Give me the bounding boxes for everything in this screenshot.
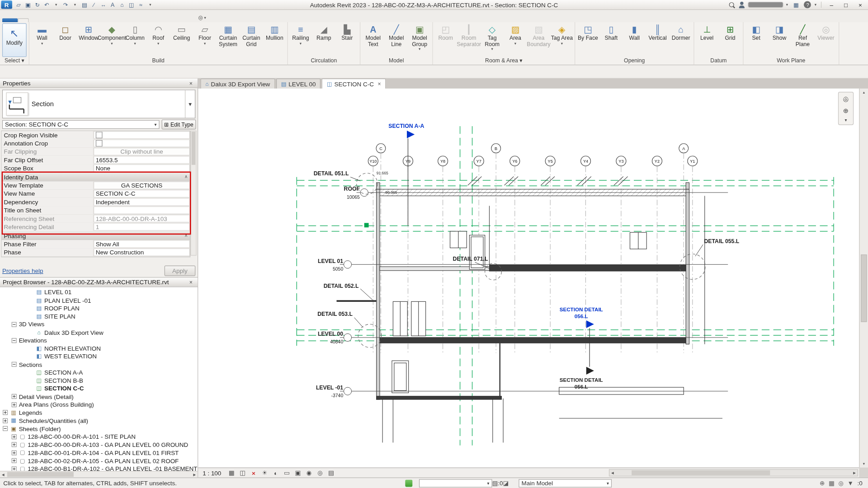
- tree-item[interactable]: Schedules/Quantities (all): [0, 417, 198, 425]
- tree-item[interactable]: Sheets (Folder): [0, 425, 198, 433]
- property-value[interactable]: 128-ABC-00-00-DR-A-103: [94, 215, 190, 222]
- ribbon-button[interactable]: Roof: [146, 22, 170, 57]
- detail-callout-label[interactable]: DETAIL 071.L: [453, 256, 488, 262]
- ribbon-button[interactable]: Mullion: [263, 22, 286, 57]
- tree-item[interactable]: SECTION C-C: [0, 385, 198, 393]
- edit-type-button[interactable]: ⊞ Edit Type: [162, 119, 196, 129]
- ribbon-button[interactable]: Door: [54, 22, 77, 57]
- tree-item[interactable]: WEST ELEVATION: [0, 352, 198, 361]
- ribbon-button[interactable]: Room: [434, 22, 457, 57]
- tree-item[interactable]: ROOF PLAN: [0, 304, 198, 312]
- property-value[interactable]: None: [94, 164, 190, 172]
- navbar-dropdown-icon[interactable]: ▾: [840, 117, 851, 123]
- property-row[interactable]: Annotation Crop: [2, 140, 190, 148]
- ribbon-button[interactable]: Curtain Grid: [240, 22, 263, 57]
- properties-scrollbar[interactable]: [190, 131, 196, 256]
- close-view-icon[interactable]: ×: [378, 81, 381, 87]
- level-elevation[interactable]: -3740: [331, 393, 344, 398]
- shadows-icon[interactable]: ◐: [271, 469, 281, 476]
- property-value[interactable]: Clip without line: [94, 148, 190, 155]
- tree-item[interactable]: 128-ABC-00-02-DR-A-105 - GA PLAN LEVEL 0…: [0, 457, 198, 465]
- sun-path-off-icon[interactable]: ×: [249, 469, 259, 476]
- level-elevation[interactable]: 40840: [330, 339, 343, 344]
- ribbon-tab[interactable]: [51, 18, 62, 22]
- view-tab-level-00[interactable]: ▤ LEVEL 00: [276, 79, 321, 89]
- property-value[interactable]: New Construction: [94, 249, 190, 256]
- scroll-right-icon[interactable]: ▶: [851, 470, 857, 476]
- tree-item[interactable]: Detail Views (Detail): [0, 393, 198, 401]
- open-icon[interactable]: ▱: [14, 0, 24, 9]
- ribbon-button[interactable]: Ceiling: [170, 22, 193, 57]
- ribbon-button[interactable]: Grid: [718, 22, 741, 57]
- user-avatar-icon[interactable]: [738, 1, 745, 8]
- detail-callout-label[interactable]: DETAIL 053.L: [317, 311, 353, 317]
- ribbon-button[interactable]: Model Line: [385, 22, 408, 57]
- help-icon[interactable]: ?: [804, 1, 811, 8]
- selection-filter-icon[interactable]: ▼: [848, 480, 854, 487]
- ribbon-button[interactable]: Railing: [289, 22, 312, 57]
- property-row[interactable]: Referencing Sheet 128-ABC-00-00-DR-A-103: [2, 215, 190, 223]
- ribbon-state-toggle[interactable]: ◎ ▾: [198, 14, 206, 22]
- worksharing-status-icon[interactable]: [405, 479, 412, 487]
- ribbon-tab[interactable]: [118, 18, 128, 22]
- thin-lines-icon[interactable]: ≈: [136, 0, 146, 9]
- level-label[interactable]: LEVEL 00: [318, 331, 343, 337]
- grid-bubble-label[interactable]: Y7: [476, 159, 481, 164]
- tree-expander-icon[interactable]: [12, 362, 17, 367]
- account-dropdown-icon[interactable]: ▾: [786, 3, 788, 7]
- tree-item[interactable]: 3D Views: [0, 320, 198, 328]
- property-row[interactable]: View Template GA SECTIONS: [2, 182, 190, 190]
- scroll-left-icon[interactable]: ◀: [0, 473, 6, 477]
- tree-item[interactable]: PLAN LEVEL -01: [0, 296, 198, 305]
- property-value[interactable]: [94, 131, 190, 139]
- exclude-options-icon[interactable]: ⊕: [820, 479, 825, 487]
- ribbon-tab[interactable]: [40, 18, 51, 22]
- measure-icon[interactable]: ∕: [89, 0, 99, 9]
- detail-callout-label[interactable]: DETAIL 052.L: [324, 283, 359, 289]
- ribbon-button[interactable]: Curtain System: [217, 22, 240, 57]
- close-project-browser-icon[interactable]: ×: [187, 279, 195, 285]
- save-icon[interactable]: ▣: [23, 0, 33, 9]
- spot-elevation[interactable]: 91.665: [377, 171, 388, 175]
- level-label[interactable]: ROOF: [344, 186, 360, 192]
- editable-only-icon[interactable]: ▧: [492, 479, 498, 487]
- identity-data-header[interactable]: Identity Data ∧: [2, 173, 190, 182]
- collapse-arrow-icon[interactable]: ∧: [184, 233, 188, 238]
- tree-expander-icon[interactable]: [3, 418, 8, 423]
- ribbon-tab[interactable]: [18, 18, 28, 22]
- scroll-right-icon[interactable]: ▶: [192, 473, 198, 477]
- properties-header[interactable]: Properties ×: [0, 79, 198, 88]
- section-detail-number[interactable]: 056.L: [575, 313, 588, 319]
- aligned-dimension-icon[interactable]: ↔: [99, 0, 108, 9]
- ribbon-button[interactable]: Viewer: [814, 22, 837, 57]
- ribbon-tab[interactable]: [173, 18, 184, 22]
- ribbon-button[interactable]: Ref Plane: [791, 22, 814, 57]
- visual-style-icon[interactable]: ◫: [238, 469, 247, 476]
- property-row[interactable]: Crop Region Visible: [2, 131, 190, 139]
- scroll-left-icon[interactable]: ◀: [609, 470, 615, 476]
- grid-bubble-label[interactable]: Y5: [548, 159, 553, 164]
- horizontal-scrollbar[interactable]: ◀ ▶: [609, 469, 858, 476]
- reveal-hidden-elements-icon[interactable]: ◎: [316, 469, 325, 476]
- section-mark-label[interactable]: SECTION A-A: [388, 123, 424, 129]
- checkbox[interactable]: [96, 140, 103, 147]
- property-value[interactable]: 16553.5: [94, 156, 190, 164]
- ribbon-button[interactable]: Wall: [30, 22, 53, 57]
- ribbon-panel-label-room-area[interactable]: Room & Area ▾: [434, 57, 574, 65]
- property-value[interactable]: 1: [94, 223, 190, 230]
- browser-horizontal-scrollbar[interactable]: ◀ ▶: [0, 471, 198, 478]
- ribbon-button[interactable]: Dormer: [669, 22, 692, 57]
- modify-button[interactable]: Modify: [2, 23, 27, 57]
- ribbon-tab[interactable]: [84, 18, 95, 22]
- ribbon-tab[interactable]: [95, 18, 106, 22]
- design-option-select[interactable]: Main Model ▾: [519, 479, 612, 487]
- ribbon-tab[interactable]: [62, 18, 73, 22]
- tree-expander-icon[interactable]: [12, 450, 17, 455]
- show-crop-region-icon[interactable]: ▣: [293, 469, 303, 476]
- ribbon-button[interactable]: Floor: [193, 22, 216, 57]
- app-store-icon[interactable]: ▦: [791, 0, 801, 9]
- tree-expander-icon[interactable]: [12, 338, 17, 343]
- spot-elevation[interactable]: 90.365: [385, 190, 397, 195]
- tree-item[interactable]: 128-ABC-00-00-DR-A-101 - SITE PLAN: [0, 433, 198, 441]
- grid-bubble-label[interactable]: Y1: [690, 159, 695, 164]
